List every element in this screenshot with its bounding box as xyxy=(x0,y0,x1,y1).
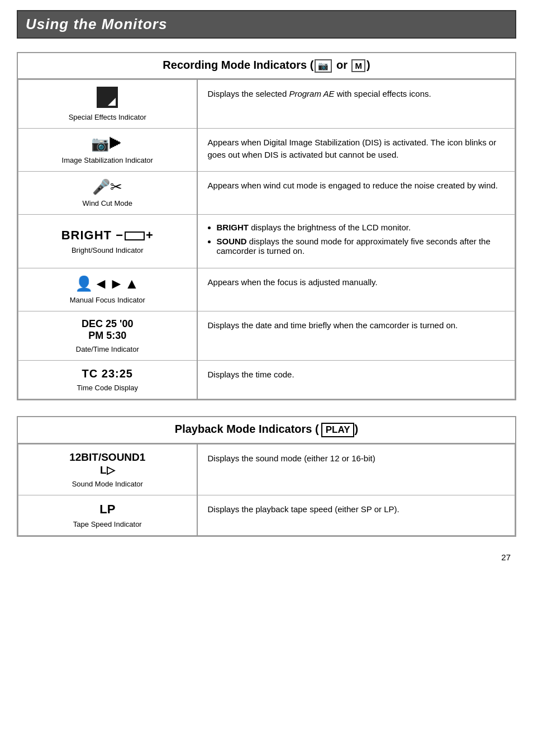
page-num-text: 27 xyxy=(501,552,511,562)
page-header: Using the Monitors xyxy=(17,10,516,39)
datetime-description: Displays the date and time briefly when … xyxy=(208,319,505,332)
recording-title-text: Recording Mode Indicators ( xyxy=(163,59,313,71)
datetime-line2: PM 5:30 xyxy=(27,330,188,342)
timecode-description: Displays the time code. xyxy=(208,368,505,381)
recording-section: Recording Mode Indicators (📷 or M) Speci… xyxy=(17,52,516,400)
sound-bold: SOUND xyxy=(217,237,247,246)
wind-description: Appears when wind cut mode is engaged to… xyxy=(208,179,505,192)
sound-mode-icon: 12BIT/SOUND1 L▷ xyxy=(27,451,188,476)
timecode-desc: Displays the time code. xyxy=(197,360,515,399)
sound-mode-description: Displays the sound mode (either 12 or 16… xyxy=(208,452,505,465)
sound-line1: 12BIT/SOUND1 xyxy=(27,451,188,464)
manual-focus-cell: 👤◄►▲ Manual Focus Indicator xyxy=(18,268,197,311)
table-row: DEC 25 '00 PM 5:30 Date/Time Indicator D… xyxy=(18,311,515,360)
sound-mode-cell: 12BIT/SOUND1 L▷ Sound Mode Indicator xyxy=(18,444,197,495)
datetime-line1: DEC 25 '00 xyxy=(27,318,188,330)
bright-icon: BRIGHT −+ xyxy=(27,228,188,243)
lp-icon: LP xyxy=(27,502,188,517)
bright-bar xyxy=(125,231,145,240)
table-row: 👤◄►▲ Manual Focus Indicator Appears when… xyxy=(18,268,515,311)
playback-indicator-table: 12BIT/SOUND1 L▷ Sound Mode Indicator Dis… xyxy=(18,444,515,536)
sound-mode-label: Sound Mode Indicator xyxy=(27,480,188,488)
wind-icon: 🎤✂ xyxy=(27,178,188,196)
special-effects-desc: Displays the selected Program AE with sp… xyxy=(197,79,515,128)
page-number: 27 xyxy=(17,552,516,562)
table-row: LP Tape Speed Indicator Displays the pla… xyxy=(18,495,515,535)
manual-focus-icon: 👤◄►▲ xyxy=(27,275,188,292)
manual-focus-description: Appears when the focus is adjusted manua… xyxy=(208,276,505,289)
bright-bullet-list: BRIGHT displays the brightness of the LC… xyxy=(208,223,505,256)
tape-speed-label: Tape Speed Indicator xyxy=(27,520,188,528)
play-icon-box: PLAY xyxy=(321,423,355,437)
rec-icon-a: 📷 xyxy=(315,59,332,73)
dis-label: Image Stabilization Indicator xyxy=(27,156,188,164)
bright-desc: BRIGHT displays the brightness of the LC… xyxy=(197,214,515,268)
rec-icon-m: M xyxy=(351,59,365,72)
recording-section-title: Recording Mode Indicators (📷 or M) xyxy=(18,53,515,79)
dis-description: Appears when Digital Image Stabilization… xyxy=(208,136,505,162)
timecode-icon: TC 23:25 xyxy=(27,367,188,380)
wind-cell: 🎤✂ Wind Cut Mode xyxy=(18,171,197,214)
datetime-desc: Displays the date and time briefly when … xyxy=(197,311,515,360)
table-row: 📷⯈ Image Stabilization Indicator Appears… xyxy=(18,128,515,171)
table-row: 🎤✂ Wind Cut Mode Appears when wind cut m… xyxy=(18,171,515,214)
manual-focus-label: Manual Focus Indicator xyxy=(27,296,188,304)
datetime-icon: DEC 25 '00 PM 5:30 xyxy=(27,318,188,342)
wind-label: Wind Cut Mode xyxy=(27,199,188,207)
timecode-cell: TC 23:25 Time Code Display xyxy=(18,360,197,399)
playback-title-text: Playback Mode Indicators ( xyxy=(175,423,319,435)
table-row: 12BIT/SOUND1 L▷ Sound Mode Indicator Dis… xyxy=(18,444,515,495)
dis-desc: Appears when Digital Image Stabilization… xyxy=(197,128,515,171)
special-effects-description: Displays the selected Program AE with sp… xyxy=(208,88,505,101)
special-effects-cell: Special Effects Indicator xyxy=(18,79,197,128)
dis-cell: 📷⯈ Image Stabilization Indicator xyxy=(18,128,197,171)
timecode-label: Time Code Display xyxy=(27,384,188,392)
sound-line2: L▷ xyxy=(27,464,188,476)
manual-focus-desc: Appears when the focus is adjusted manua… xyxy=(197,268,515,311)
recording-indicator-table: Special Effects Indicator Displays the s… xyxy=(18,79,515,399)
special-effects-label: Special Effects Indicator xyxy=(27,113,188,121)
recording-title-or: or xyxy=(336,59,348,71)
playback-section-title: Playback Mode Indicators (PLAY) xyxy=(18,417,515,444)
tape-speed-description: Displays the playback tape speed (either… xyxy=(208,503,505,516)
table-row: Special Effects Indicator Displays the s… xyxy=(18,79,515,128)
tape-speed-cell: LP Tape Speed Indicator xyxy=(18,495,197,535)
sound-bullet-text: displays the sound mode for approximatel… xyxy=(217,237,491,256)
dis-icon: 📷⯈ xyxy=(27,135,188,153)
bright-bullet-text: displays the brightness of the LCD monit… xyxy=(249,223,411,232)
bright-bold: BRIGHT xyxy=(217,223,249,232)
sound-mode-desc: Displays the sound mode (either 12 or 16… xyxy=(197,444,515,495)
playback-title-end: ) xyxy=(354,423,358,435)
datetime-label: Date/Time Indicator xyxy=(27,345,188,353)
datetime-cell: DEC 25 '00 PM 5:30 Date/Time Indicator xyxy=(18,311,197,360)
recording-title-end: ) xyxy=(367,59,370,71)
tape-speed-desc: Displays the playback tape speed (either… xyxy=(197,495,515,535)
table-row: BRIGHT −+ Bright/Sound Indicator BRIGHT … xyxy=(18,214,515,268)
list-item: SOUND displays the sound mode for approx… xyxy=(217,237,505,256)
wind-desc: Appears when wind cut mode is engaged to… xyxy=(197,171,515,214)
playback-section: Playback Mode Indicators (PLAY) 12BIT/SO… xyxy=(17,416,516,537)
page-title: Using the Monitors xyxy=(26,16,507,33)
special-effects-icon xyxy=(97,87,118,108)
table-row: TC 23:25 Time Code Display Displays the … xyxy=(18,360,515,399)
bright-cell: BRIGHT −+ Bright/Sound Indicator xyxy=(18,214,197,268)
list-item: BRIGHT displays the brightness of the LC… xyxy=(217,223,505,232)
play-label: PLAY xyxy=(326,424,350,435)
bright-label: Bright/Sound Indicator xyxy=(27,246,188,254)
